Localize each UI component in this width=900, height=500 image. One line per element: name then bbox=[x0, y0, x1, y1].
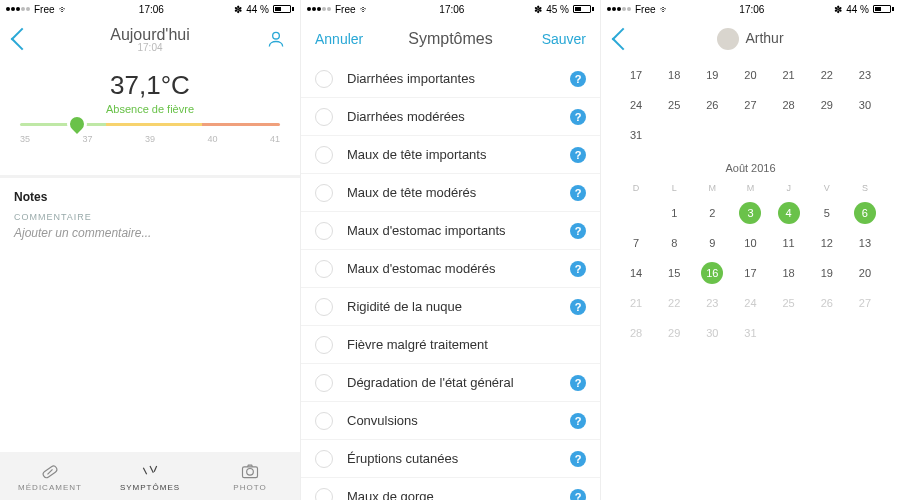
calendar-day[interactable]: 16 bbox=[693, 258, 731, 288]
info-icon[interactable]: ? bbox=[570, 489, 586, 501]
back-button[interactable] bbox=[11, 28, 34, 51]
calendar-day[interactable]: 18 bbox=[655, 60, 693, 90]
calendar-day[interactable]: 23 bbox=[846, 60, 884, 90]
info-icon[interactable]: ? bbox=[570, 223, 586, 239]
calendar-day[interactable]: 4 bbox=[770, 198, 808, 228]
comment-input[interactable]: Ajouter un commentaire... bbox=[0, 222, 300, 240]
info-icon[interactable]: ? bbox=[570, 413, 586, 429]
info-icon[interactable]: ? bbox=[570, 147, 586, 163]
calendar-day[interactable]: 1 bbox=[655, 198, 693, 228]
symptom-row[interactable]: Rigidité de la nuque? bbox=[301, 288, 600, 326]
calendar-day[interactable]: 17 bbox=[731, 258, 769, 288]
symptom-row[interactable]: Convulsions? bbox=[301, 402, 600, 440]
calendar-day[interactable]: 25 bbox=[770, 288, 808, 318]
calendar-day[interactable]: 29 bbox=[808, 90, 846, 120]
tab-symptomes[interactable]: SYMPTÔMES bbox=[100, 452, 200, 500]
nav-title: Symptômes bbox=[408, 30, 492, 47]
radio-icon[interactable] bbox=[315, 412, 333, 430]
calendar-day[interactable]: 3 bbox=[731, 198, 769, 228]
symptom-row[interactable]: Diarrhées importantes? bbox=[301, 60, 600, 98]
info-icon[interactable]: ? bbox=[570, 71, 586, 87]
calendar-day[interactable]: 5 bbox=[808, 198, 846, 228]
cancel-button[interactable]: Annuler bbox=[315, 31, 363, 47]
calendar-day[interactable]: 26 bbox=[693, 90, 731, 120]
info-icon[interactable]: ? bbox=[570, 261, 586, 277]
calendar-day[interactable]: 11 bbox=[770, 228, 808, 258]
radio-icon[interactable] bbox=[315, 108, 333, 126]
back-button[interactable] bbox=[612, 28, 635, 51]
tab-photo[interactable]: PHOTO bbox=[200, 452, 300, 500]
symptom-row[interactable]: Éruptions cutanées? bbox=[301, 440, 600, 478]
calendar-day[interactable]: 14 bbox=[617, 258, 655, 288]
symptom-row[interactable]: Fièvre malgré traitement bbox=[301, 326, 600, 364]
radio-icon[interactable] bbox=[315, 70, 333, 88]
calendar-day[interactable]: 20 bbox=[846, 258, 884, 288]
calendar-day[interactable]: 26 bbox=[808, 288, 846, 318]
profile-icon[interactable] bbox=[266, 29, 286, 49]
calendar-day[interactable]: 13 bbox=[846, 228, 884, 258]
info-icon[interactable]: ? bbox=[570, 109, 586, 125]
dow-label: M bbox=[731, 178, 769, 198]
calendar-day[interactable]: 22 bbox=[808, 60, 846, 90]
calendar-day[interactable]: 21 bbox=[770, 60, 808, 90]
tab-medicament[interactable]: MÉDICAMENT bbox=[0, 452, 100, 500]
scale-knob-icon[interactable] bbox=[67, 114, 87, 134]
calendar-day[interactable]: 31 bbox=[617, 120, 655, 150]
temperature-scale[interactable]: 3537394041 bbox=[20, 123, 280, 153]
calendar-day[interactable]: 19 bbox=[693, 60, 731, 90]
radio-icon[interactable] bbox=[315, 260, 333, 278]
calendar-day[interactable]: 31 bbox=[731, 318, 769, 348]
symptom-row[interactable]: Diarrhées modérées? bbox=[301, 98, 600, 136]
calendar-day[interactable]: 25 bbox=[655, 90, 693, 120]
radio-icon[interactable] bbox=[315, 488, 333, 501]
calendar-day[interactable]: 28 bbox=[770, 90, 808, 120]
calendar-day[interactable]: 10 bbox=[731, 228, 769, 258]
calendar-day[interactable]: 23 bbox=[693, 288, 731, 318]
temperature-value: 37,1°C bbox=[0, 70, 300, 101]
calendar-day[interactable]: 27 bbox=[846, 288, 884, 318]
radio-icon[interactable] bbox=[315, 374, 333, 392]
symptom-row[interactable]: Dégradation de l'état général? bbox=[301, 364, 600, 402]
info-icon[interactable]: ? bbox=[570, 185, 586, 201]
calendar-day[interactable]: 21 bbox=[617, 288, 655, 318]
calendar-day[interactable]: 18 bbox=[770, 258, 808, 288]
symptom-row[interactable]: Maux de tête modérés? bbox=[301, 174, 600, 212]
radio-icon[interactable] bbox=[315, 146, 333, 164]
symptom-row[interactable]: Maux d'estomac importants? bbox=[301, 212, 600, 250]
calendar-day[interactable]: 29 bbox=[655, 318, 693, 348]
wifi-icon: ᯤ bbox=[360, 4, 370, 15]
radio-icon[interactable] bbox=[315, 450, 333, 468]
calendar-day[interactable]: 20 bbox=[731, 60, 769, 90]
radio-icon[interactable] bbox=[315, 298, 333, 316]
symptom-row[interactable]: Maux de tête importants? bbox=[301, 136, 600, 174]
tab-label: PHOTO bbox=[233, 483, 266, 492]
radio-icon[interactable] bbox=[315, 184, 333, 202]
calendar-day[interactable]: 27 bbox=[731, 90, 769, 120]
calendar-day[interactable]: 15 bbox=[655, 258, 693, 288]
calendar-day[interactable]: 7 bbox=[617, 228, 655, 258]
calendar-day[interactable]: 8 bbox=[655, 228, 693, 258]
save-button[interactable]: Sauver bbox=[542, 31, 586, 47]
profile-name[interactable]: Arthur bbox=[745, 30, 783, 46]
calendar-day[interactable]: 19 bbox=[808, 258, 846, 288]
info-icon[interactable]: ? bbox=[570, 299, 586, 315]
radio-icon[interactable] bbox=[315, 336, 333, 354]
calendar-day[interactable]: 24 bbox=[731, 288, 769, 318]
symptom-row[interactable]: Maux de gorge? bbox=[301, 478, 600, 500]
calendar-day[interactable]: 22 bbox=[655, 288, 693, 318]
calendar-day[interactable]: 12 bbox=[808, 228, 846, 258]
calendar-day[interactable]: 17 bbox=[617, 60, 655, 90]
calendar-day[interactable]: 30 bbox=[846, 90, 884, 120]
calendar-day[interactable]: 28 bbox=[617, 318, 655, 348]
calendar-day[interactable]: 30 bbox=[693, 318, 731, 348]
symptom-row[interactable]: Maux d'estomac modérés? bbox=[301, 250, 600, 288]
info-icon[interactable]: ? bbox=[570, 375, 586, 391]
radio-icon[interactable] bbox=[315, 222, 333, 240]
calendar-day[interactable]: 2 bbox=[693, 198, 731, 228]
calendar-day[interactable]: 24 bbox=[617, 90, 655, 120]
calendar-day[interactable]: 6 bbox=[846, 198, 884, 228]
scale-tick: 40 bbox=[207, 134, 217, 144]
info-icon[interactable]: ? bbox=[570, 451, 586, 467]
calendar-day[interactable]: 9 bbox=[693, 228, 731, 258]
calendar-day bbox=[846, 318, 884, 348]
